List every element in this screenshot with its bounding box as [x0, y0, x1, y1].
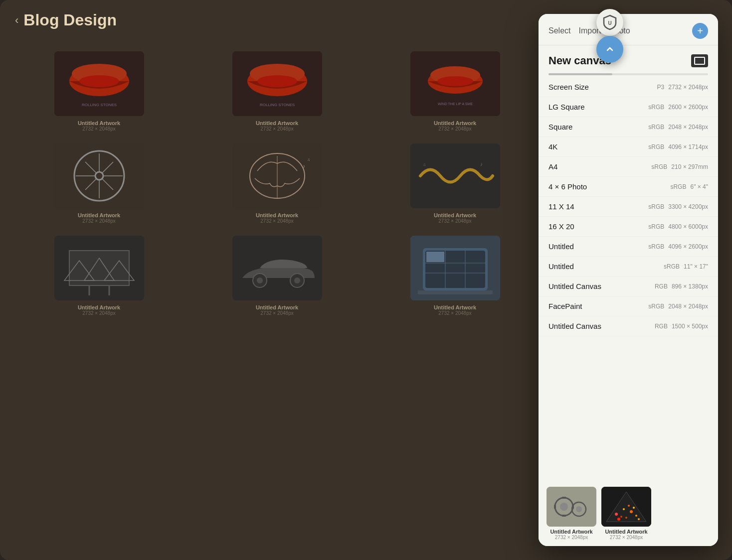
- canvas-name: Screen Size: [549, 83, 657, 91]
- svg-point-86: [615, 513, 618, 516]
- canvas-color-space: sRGB: [670, 183, 686, 190]
- canvas-option-16x20[interactable]: 16 X 20 sRGB 4800 × 6000px: [539, 217, 718, 237]
- canvas-dimensions: 2732 × 2048px: [668, 84, 708, 91]
- svg-point-93: [617, 518, 620, 521]
- canvas-option-untitled-canvas-2[interactable]: Untitled Canvas RGB 1500 × 500px: [539, 316, 718, 336]
- svg-point-87: [623, 508, 625, 510]
- gallery-item[interactable]: ♪ ♫ Untitled Artwork 2732 × 2048px: [366, 138, 544, 230]
- canvas-dimensions: 4096 × 1714px: [668, 143, 708, 150]
- svg-text:♪: ♪: [480, 161, 483, 167]
- canvas-color-space: sRGB: [648, 143, 664, 150]
- gallery-item[interactable]: WIND THE LIP A SME Untitled Artwork 2732…: [366, 45, 544, 138]
- canvas-option-a4[interactable]: A4 sRGB 210 × 297mm: [539, 157, 718, 177]
- gallery-item[interactable]: ROLLING STONES Untitled Artwork 2732 × 2…: [188, 45, 366, 138]
- canvas-color-space: sRGB: [664, 263, 680, 270]
- canvas-name: Untitled: [549, 262, 664, 271]
- artwork-label: Untitled Artwork: [256, 212, 298, 218]
- svg-text:WIND THE LIP A SME: WIND THE LIP A SME: [438, 102, 473, 106]
- canvas-color-space: sRGB: [648, 223, 664, 230]
- canvas-name: Untitled Canvas: [549, 322, 655, 330]
- svg-point-90: [635, 515, 637, 517]
- layout-icon[interactable]: [691, 54, 708, 67]
- svg-text:♫: ♫: [307, 157, 310, 162]
- svg-point-91: [620, 516, 622, 518]
- gallery-item[interactable]: ROLLING STONES Untitled Artwork 2732 × 2…: [10, 45, 188, 138]
- panel-thumb-gears: [547, 487, 596, 527]
- canvas-option-4x6-photo[interactable]: 4 × 6 Photo sRGB 6" × 4": [539, 177, 718, 197]
- gallery-item[interactable]: Untitled Artwork 2732 × 2048px: [10, 138, 188, 230]
- shield-badge: U: [596, 9, 623, 36]
- canvas-option-facepaint[interactable]: FacePaint sRGB 2048 × 2048px: [539, 296, 718, 316]
- artwork-label: Untitled Artwork: [78, 304, 120, 310]
- gallery-item[interactable]: Untitled Artwork 2732 × 2048px: [188, 230, 366, 322]
- artwork-label: Untitled Artwork: [434, 304, 476, 310]
- canvas-option-untitled-1[interactable]: Untitled sRGB 4096 × 2600px: [539, 237, 718, 257]
- canvas-option-11x14[interactable]: 11 X 14 sRGB 3300 × 4200px: [539, 197, 718, 217]
- panel-artwork-size: 2732 × 2048px: [555, 535, 588, 540]
- artwork-thumbnail: [232, 236, 322, 300]
- svg-point-95: [638, 518, 640, 520]
- svg-point-77: [560, 503, 568, 511]
- back-button[interactable]: ‹: [15, 14, 18, 27]
- artwork-thumbnail: ROLLING STONES: [232, 51, 322, 116]
- canvas-name: Untitled: [549, 242, 648, 251]
- svg-point-53: [257, 278, 263, 283]
- new-canvas-header: New canvas: [539, 45, 718, 73]
- gallery-item[interactable]: Untitled Artwork 2732 × 2048px: [366, 230, 544, 322]
- canvas-color-space: sRGB: [648, 243, 664, 250]
- canvas-dimensions: 11" × 17": [684, 263, 708, 270]
- svg-point-92: [628, 505, 630, 507]
- svg-point-13: [437, 76, 473, 86]
- canvas-option-screen-size[interactable]: Screen Size P3 2732 × 2048px: [539, 77, 718, 97]
- canvas-color-space: RGB: [655, 283, 668, 290]
- add-button[interactable]: +: [692, 23, 708, 39]
- svg-point-55: [294, 278, 300, 283]
- artwork-size: 2732 × 2048px: [438, 310, 471, 316]
- artwork-size: 2732 × 2048px: [260, 218, 293, 224]
- artwork-label: Untitled Artwork: [256, 120, 298, 126]
- canvas-name: 4 × 6 Photo: [549, 182, 670, 191]
- canvas-option-lg-square[interactable]: LG Square sRGB 2600 × 2600px: [539, 97, 718, 117]
- canvas-dimensions: 2600 × 2600px: [668, 104, 708, 111]
- svg-point-88: [630, 510, 633, 513]
- svg-point-94: [633, 507, 635, 509]
- artwork-thumbnail: ROLLING STONES: [54, 51, 144, 116]
- canvas-dimensions: 1500 × 500px: [672, 323, 708, 330]
- artwork-size: 2732 × 2048px: [438, 126, 471, 132]
- artwork-label: Untitled Artwork: [256, 304, 298, 310]
- panel-gallery-item-triangle[interactable]: Untitled Artwork 2732 × 2048px: [601, 487, 651, 540]
- canvas-dimensions: 210 × 297mm: [671, 163, 708, 170]
- artwork-size: 2732 × 2048px: [260, 310, 293, 316]
- canvas-name: 16 X 20: [549, 222, 648, 231]
- svg-text:♫: ♫: [423, 162, 426, 167]
- svg-rect-64: [418, 290, 493, 294]
- canvas-color-space: sRGB: [648, 124, 664, 131]
- svg-rect-63: [426, 252, 444, 262]
- panel-thumb-triangle: [601, 487, 651, 527]
- artwork-size: 2732 × 2048px: [82, 218, 115, 224]
- gallery-item[interactable]: ♪ ♫ Untitled Artwork 2732 × 2048px: [188, 138, 366, 230]
- canvas-dimensions: 4800 × 6000px: [668, 223, 708, 230]
- blue-action-button[interactable]: [596, 36, 623, 63]
- svg-rect-80: [562, 497, 566, 499]
- canvas-option-4k[interactable]: 4K sRGB 4096 × 1714px: [539, 137, 718, 157]
- nav-select[interactable]: Select: [549, 24, 570, 37]
- canvas-color-space: P3: [657, 84, 665, 91]
- gallery-item[interactable]: Untitled Artwork 2732 × 2048px: [10, 230, 188, 322]
- artwork-thumbnail: WIND THE LIP A SME: [410, 51, 500, 116]
- svg-rect-20: [54, 143, 144, 208]
- panel-artwork-label: Untitled Artwork: [550, 529, 592, 535]
- panel-navigation: Select Import Photo +: [539, 14, 718, 45]
- svg-rect-83: [572, 505, 574, 509]
- svg-point-89: [625, 517, 627, 519]
- panel-gallery-item-gears[interactable]: Untitled Artwork 2732 × 2048px: [547, 487, 596, 540]
- canvas-color-space: RGB: [655, 323, 668, 330]
- canvas-dimensions: 3300 × 4200px: [668, 203, 708, 210]
- artwork-size: 2732 × 2048px: [438, 218, 471, 224]
- canvas-option-square[interactable]: Square sRGB 2048 × 2048px: [539, 117, 718, 137]
- canvas-color-space: sRGB: [648, 303, 664, 310]
- canvas-option-untitled-canvas-1[interactable]: Untitled Canvas RGB 896 × 1380px: [539, 277, 718, 296]
- canvas-option-untitled-2[interactable]: Untitled sRGB 11" × 17": [539, 257, 718, 277]
- canvas-name: Square: [549, 123, 648, 131]
- artwork-size: 2732 × 2048px: [82, 310, 115, 316]
